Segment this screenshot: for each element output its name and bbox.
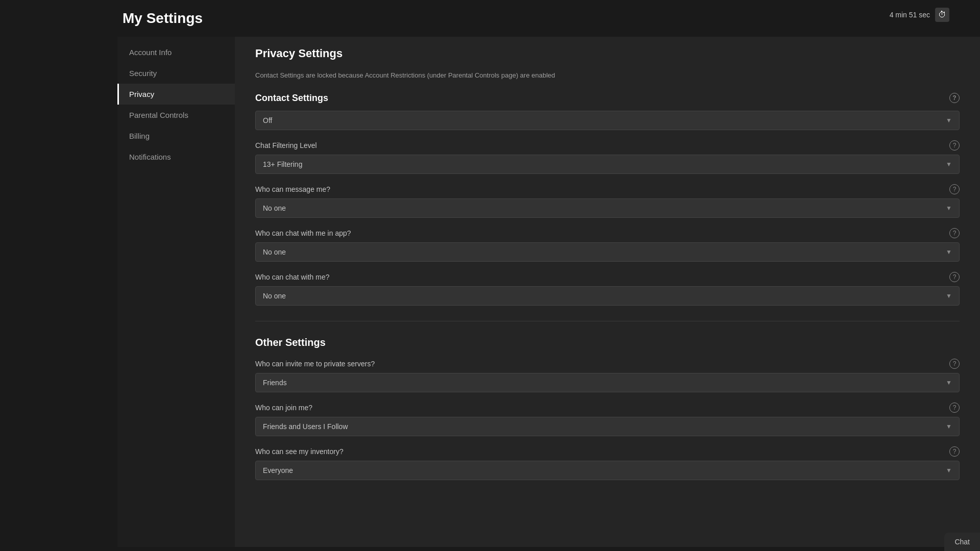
timer-display: 4 min 51 sec [890, 11, 930, 19]
invite-private-servers-value: Friends [263, 379, 287, 387]
who-can-message-help-icon[interactable]: ? [949, 184, 960, 194]
timer-icon: ⏱ [935, 8, 949, 22]
settings-layout: Account Info Security Privacy Parental C… [117, 37, 980, 547]
sidebar-label-security: Security [129, 69, 157, 78]
sidebar-item-billing[interactable]: Billing [117, 126, 235, 146]
who-can-join-arrow: ▼ [946, 423, 952, 430]
who-can-chat-value: No one [263, 292, 286, 300]
who-can-see-inventory-value: Everyone [263, 466, 293, 474]
invite-private-servers-label: Who can invite me to private servers? [255, 360, 375, 368]
contact-settings-header: Contact Settings ? [255, 93, 960, 104]
who-can-message-field: Who can message me? ? No one ▼ [255, 184, 960, 218]
who-can-chat-app-help-icon[interactable]: ? [949, 228, 960, 238]
chat-filtering-label: Chat Filtering Level [255, 141, 317, 149]
chat-filtering-value: 13+ Filtering [263, 160, 302, 168]
chat-filtering-help-icon[interactable]: ? [949, 140, 960, 151]
who-can-chat-app-dropdown[interactable]: No one ▼ [255, 242, 960, 262]
contact-settings-block: Contact Settings ? Off ▼ Chat Filtering … [255, 93, 960, 306]
sidebar-item-account-info[interactable]: Account Info [117, 42, 235, 63]
sidebar-item-privacy[interactable]: Privacy [117, 84, 235, 105]
invite-private-servers-label-row: Who can invite me to private servers? ? [255, 359, 960, 369]
who-can-chat-app-field: Who can chat with me in app? ? No one ▼ [255, 228, 960, 262]
sidebar-item-notifications[interactable]: Notifications [117, 146, 235, 167]
who-can-see-inventory-field: Who can see my inventory? ? Everyone ▼ [255, 446, 960, 480]
who-can-join-help-icon[interactable]: ? [949, 403, 960, 413]
chat-filtering-arrow: ▼ [946, 161, 952, 168]
who-can-message-value: No one [263, 204, 286, 212]
sidebar-label-privacy: Privacy [129, 90, 154, 98]
invite-private-servers-help-icon[interactable]: ? [949, 359, 960, 369]
who-can-chat-label: Who can chat with me? [255, 273, 330, 281]
contact-settings-field-off: Off ▼ [255, 111, 960, 130]
page-title: My Settings [117, 10, 980, 27]
contact-settings-help-icon[interactable]: ? [949, 93, 960, 103]
chat-button[interactable]: Chat [944, 533, 980, 551]
who-can-see-inventory-label: Who can see my inventory? [255, 447, 344, 456]
chat-filtering-dropdown[interactable]: 13+ Filtering ▼ [255, 155, 960, 174]
contact-settings-dropdown[interactable]: Off ▼ [255, 111, 960, 130]
privacy-settings-title: Privacy Settings [255, 47, 960, 60]
who-can-message-label-row: Who can message me? ? [255, 184, 960, 194]
who-can-see-inventory-help-icon[interactable]: ? [949, 446, 960, 457]
sidebar: Account Info Security Privacy Parental C… [117, 37, 235, 547]
sidebar-item-parental-controls[interactable]: Parental Controls [117, 105, 235, 126]
main-content: Privacy Settings Contact Settings are lo… [235, 37, 980, 547]
timer-icon-symbol: ⏱ [938, 10, 946, 19]
who-can-see-inventory-dropdown[interactable]: Everyone ▼ [255, 461, 960, 480]
other-settings-title: Other Settings [255, 337, 960, 348]
contact-settings-value: Off [263, 116, 272, 124]
sidebar-item-security[interactable]: Security [117, 63, 235, 84]
who-can-chat-dropdown[interactable]: No one ▼ [255, 286, 960, 306]
sidebar-label-parental-controls: Parental Controls [129, 111, 188, 119]
chat-filtering-field: Chat Filtering Level ? 13+ Filtering ▼ [255, 140, 960, 174]
who-can-join-value: Friends and Users I Follow [263, 422, 348, 431]
who-can-chat-help-icon[interactable]: ? [949, 272, 960, 282]
who-can-message-label: Who can message me? [255, 185, 330, 193]
chat-filtering-label-row: Chat Filtering Level ? [255, 140, 960, 151]
sidebar-label-account-info: Account Info [129, 48, 172, 57]
contact-settings-arrow: ▼ [946, 117, 952, 124]
who-can-chat-arrow: ▼ [946, 292, 952, 299]
who-can-see-inventory-arrow: ▼ [946, 467, 952, 474]
chat-button-label: Chat [954, 538, 970, 546]
who-can-see-inventory-label-row: Who can see my inventory? ? [255, 446, 960, 457]
invite-private-servers-dropdown[interactable]: Friends ▼ [255, 373, 960, 392]
sidebar-label-billing: Billing [129, 132, 150, 140]
who-can-join-field: Who can join me? ? Friends and Users I F… [255, 403, 960, 436]
who-can-chat-app-value: No one [263, 248, 286, 256]
sidebar-label-notifications: Notifications [129, 153, 171, 161]
who-can-join-label: Who can join me? [255, 404, 312, 412]
who-can-join-label-row: Who can join me? ? [255, 403, 960, 413]
invite-private-servers-field: Who can invite me to private servers? ? … [255, 359, 960, 392]
who-can-chat-field: Who can chat with me? ? No one ▼ [255, 272, 960, 306]
who-can-chat-app-label: Who can chat with me in app? [255, 229, 351, 237]
who-can-message-dropdown[interactable]: No one ▼ [255, 198, 960, 218]
timer-bar: 4 min 51 sec ⏱ [890, 8, 949, 22]
who-can-join-dropdown[interactable]: Friends and Users I Follow ▼ [255, 417, 960, 436]
who-can-chat-app-arrow: ▼ [946, 248, 952, 256]
section-divider [255, 321, 960, 321]
contact-settings-title: Contact Settings [255, 93, 328, 104]
other-settings-block: Other Settings Who can invite me to priv… [255, 337, 960, 480]
who-can-chat-label-row: Who can chat with me? ? [255, 272, 960, 282]
who-can-message-arrow: ▼ [946, 205, 952, 212]
who-can-chat-app-label-row: Who can chat with me in app? ? [255, 228, 960, 238]
warning-message: Contact Settings are locked because Acco… [255, 70, 960, 81]
invite-private-servers-arrow: ▼ [946, 379, 952, 386]
